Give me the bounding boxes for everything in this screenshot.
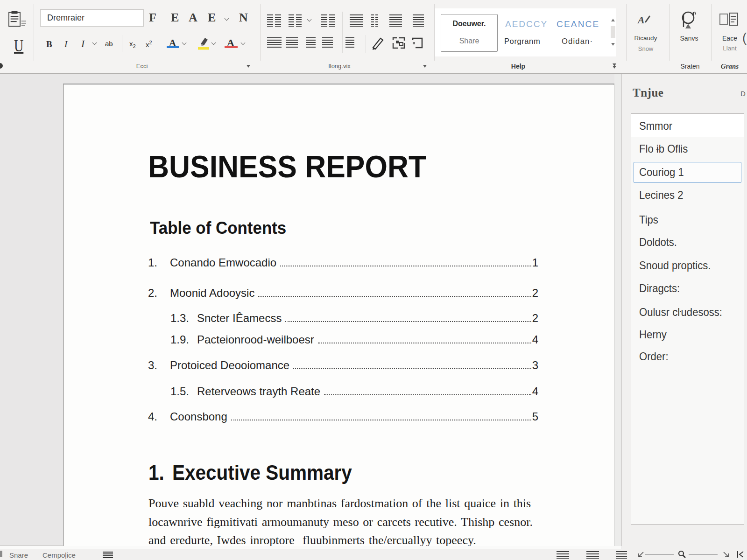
svg-text:A: A xyxy=(637,14,645,26)
